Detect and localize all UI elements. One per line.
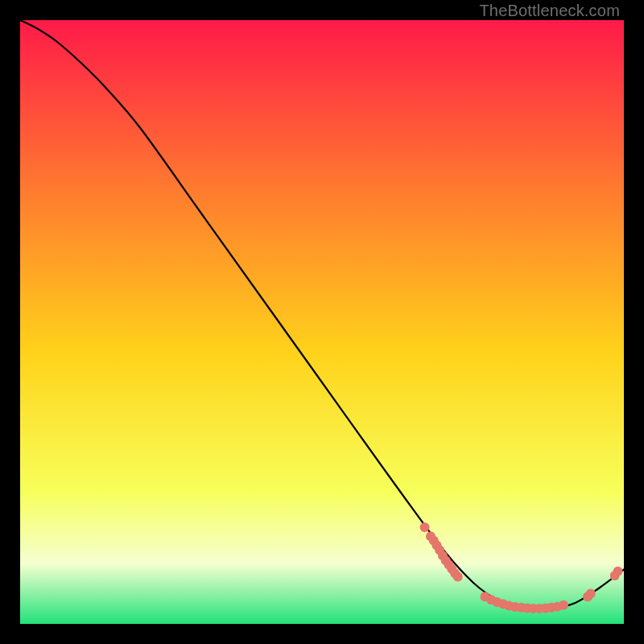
bottleneck-curve (20, 20, 624, 609)
plot-area (20, 20, 624, 624)
watermark-text: TheBottleneck.com (479, 2, 620, 20)
curve-layer (20, 20, 624, 624)
data-point (559, 601, 568, 610)
data-point (613, 567, 623, 576)
data-points (420, 522, 623, 613)
data-point (420, 522, 430, 532)
data-point (453, 572, 463, 582)
data-point (586, 589, 596, 599)
